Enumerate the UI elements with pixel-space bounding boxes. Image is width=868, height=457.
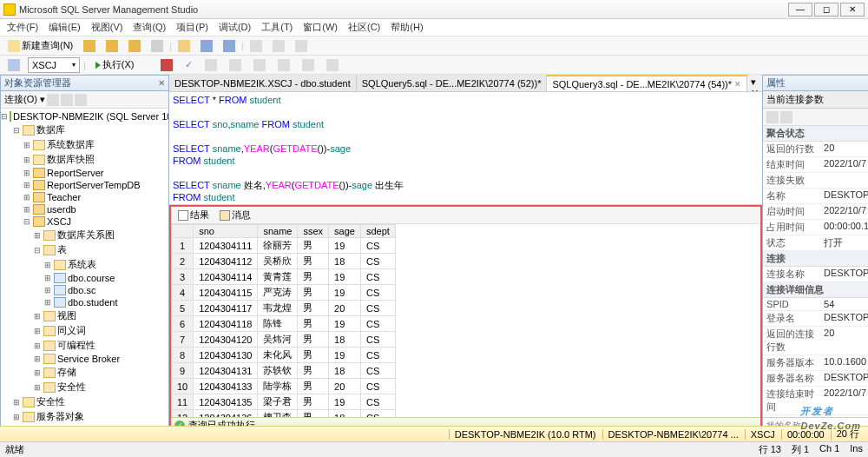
new-query-button[interactable]: 新建查询(N)	[3, 38, 77, 54]
menubar: 文件(F) 编辑(E) 视图(V) 查询(Q) 项目(P) 调试(D) 工具(T…	[0, 19, 868, 36]
menu-help[interactable]: 帮助(H)	[387, 19, 426, 36]
menu-debug[interactable]: 调试(D)	[215, 19, 254, 36]
saveall-icon[interactable]	[219, 38, 240, 54]
tb2-icon-6[interactable]	[322, 57, 343, 73]
tool-icon-5[interactable]	[246, 38, 266, 54]
close-button[interactable]: ✕	[840, 3, 865, 17]
execute-icon	[95, 62, 101, 69]
maximize-button[interactable]: ◻	[814, 3, 838, 17]
app-icon	[3, 3, 16, 16]
objexp-icon-1[interactable]	[47, 94, 59, 106]
props-sort-icon[interactable]	[766, 111, 779, 123]
parse-icon[interactable]: ✓	[181, 57, 197, 73]
folder-icon	[23, 125, 35, 136]
menu-window[interactable]: 窗口(W)	[299, 19, 341, 36]
stop-icon[interactable]	[156, 57, 177, 73]
object-explorer: 对象资源管理器✕ 连接(O) ▾ ⊟DESKTOP-NBME2IK (SQL S…	[0, 75, 169, 434]
server-icon	[10, 111, 11, 122]
main-toolbar: 新建查询(N) | |	[0, 36, 868, 56]
tb2-icon-4[interactable]	[273, 57, 294, 73]
menu-community[interactable]: 社区(C)	[345, 19, 384, 36]
tb2-icon-5[interactable]	[298, 57, 319, 73]
props-group-icon[interactable]	[780, 111, 792, 123]
editor-area: DESKTOP-NBME2IK.XSCJ - dbo.student SQLQu…	[169, 75, 762, 434]
results-panel: 结果 消息 snosnamessexsagesdept11204304111徐丽…	[169, 205, 762, 434]
open-icon[interactable]	[174, 38, 194, 54]
document-tabs: DESKTOP-NBME2IK.XSCJ - dbo.student SQLQu…	[169, 75, 762, 92]
menu-view[interactable]: 视图(V)	[88, 19, 127, 36]
objexp-toolbar: 连接(O) ▾	[1, 91, 168, 109]
panel-close-icon[interactable]: ✕	[158, 78, 165, 88]
app-title: Microsoft SQL Server Management Studio	[19, 4, 788, 15]
db-icon[interactable]	[3, 57, 24, 73]
debug-icon[interactable]	[144, 57, 153, 73]
tab-query3[interactable]: SQLQuery3.sql - DE...ME2IK\20774 (54))*✕	[547, 75, 747, 91]
titlebar: Microsoft SQL Server Management Studio —…	[0, 0, 868, 19]
objexp-icon-2[interactable]	[61, 94, 73, 106]
tab-query5[interactable]: SQLQuery5.sql - DE...ME2IK\20774 (52))*	[357, 75, 548, 91]
tool-icon-6[interactable]	[268, 38, 289, 54]
connection-statusbar: DESKTOP-NBME2IK (10.0 RTM) DESKTOP-NBME2…	[0, 426, 868, 441]
database-combo[interactable]: XSCJ▾	[28, 57, 80, 73]
messages-tab[interactable]: 消息	[216, 209, 254, 222]
menu-tools[interactable]: 工具(T)	[258, 19, 296, 36]
tool-icon-3[interactable]	[124, 38, 145, 54]
menu-project[interactable]: 项目(P)	[173, 19, 212, 36]
window-buttons: — ◻ ✕	[788, 3, 865, 17]
tab-close-icon[interactable]: ✕	[734, 80, 741, 89]
minimize-button[interactable]: —	[788, 3, 812, 17]
newquery-icon	[8, 40, 20, 52]
objexp-icon-3[interactable]	[75, 94, 87, 106]
menu-file[interactable]: 文件(F)	[3, 19, 42, 36]
connect-dropdown[interactable]: 连接(O) ▾	[4, 93, 45, 106]
tab-student-table[interactable]: DESKTOP-NBME2IK.XSCJ - dbo.student	[169, 75, 357, 91]
menu-query[interactable]: 查询(Q)	[129, 19, 169, 36]
tabs-dropdown-icon[interactable]: ▾ ✕	[747, 75, 762, 91]
props-header[interactable]: 当前连接参数▾	[763, 91, 868, 109]
grid-icon	[178, 210, 188, 221]
tb2-icon-2[interactable]	[225, 57, 246, 73]
msg-icon	[220, 210, 230, 221]
app-statusbar: 就绪 行 13 列 1 Ch 1 Ins	[0, 441, 868, 457]
tool-icon-4[interactable]	[147, 38, 168, 54]
objexp-title: 对象资源管理器✕	[1, 76, 168, 91]
execute-button[interactable]: 执行(X)	[89, 57, 141, 73]
properties-panel: 属性✕ 当前连接参数▾ 聚合状态 返回的行数20 结束时间2022/10/7 1…	[762, 75, 868, 434]
tb2-icon-3[interactable]	[249, 57, 270, 73]
tb2-icon-1[interactable]	[201, 57, 221, 73]
query-toolbar: XSCJ▾ | 执行(X) ✓	[0, 56, 868, 75]
results-tab[interactable]: 结果	[174, 209, 213, 222]
tool-icon-7[interactable]	[291, 38, 312, 54]
tool-icon-1[interactable]	[79, 38, 100, 54]
menu-edit[interactable]: 编辑(E)	[45, 19, 84, 36]
table-icon	[54, 273, 66, 283]
results-grid[interactable]: snosnamessexsagesdept11204304111徐丽芳男19CS…	[171, 224, 760, 417]
result-tabs: 结果 消息	[171, 207, 760, 224]
sql-editor[interactable]: SELECT * FROM student SELECT sno,sname F…	[169, 92, 762, 205]
object-tree[interactable]: ⊟DESKTOP-NBME2IK (SQL Server 10.0.160 ⊟数…	[1, 109, 168, 434]
property-grid[interactable]: 聚合状态 返回的行数20 结束时间2022/10/7 15:17:38 连接失败…	[763, 126, 868, 417]
tool-icon-2[interactable]	[102, 38, 122, 54]
save-icon[interactable]	[196, 38, 217, 54]
